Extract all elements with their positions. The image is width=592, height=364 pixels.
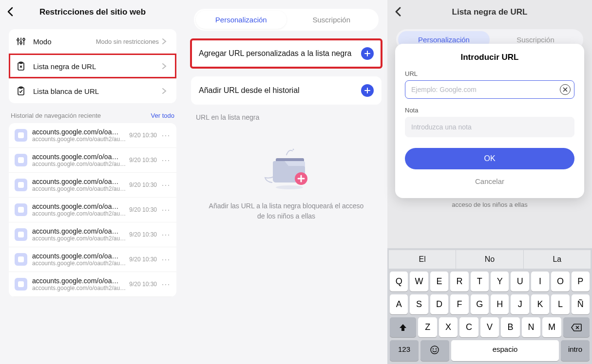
key-y[interactable]: Y: [491, 272, 509, 291]
key-x[interactable]: X: [439, 317, 458, 337]
svg-point-28: [276, 185, 303, 189]
key-i[interactable]: I: [531, 272, 549, 291]
emoji-key[interactable]: [420, 340, 449, 361]
key-c[interactable]: C: [459, 317, 478, 337]
key-j[interactable]: J: [511, 294, 529, 314]
site-icon: [15, 203, 27, 216]
header: Restricciones del sitio web: [0, 0, 185, 24]
key-d[interactable]: D: [430, 294, 448, 314]
clear-input-button[interactable]: [560, 84, 571, 95]
key-u[interactable]: U: [511, 272, 529, 291]
row-url-blacklist[interactable]: Lista negra de URL: [9, 54, 176, 78]
key-h[interactable]: H: [491, 294, 509, 314]
sliders-icon: [16, 36, 26, 47]
key-g[interactable]: G: [471, 294, 489, 314]
history-time: 9/20 10:30: [129, 157, 157, 164]
more-button[interactable]: ⋯: [161, 181, 171, 189]
suggestion[interactable]: El: [389, 250, 456, 269]
url-label: URL: [405, 70, 574, 77]
shift-key[interactable]: [390, 317, 416, 337]
key-o[interactable]: O: [551, 272, 569, 291]
row-url-whitelist[interactable]: Lista blanca de URL: [9, 78, 176, 103]
row-value: Modo sin restricciones: [96, 38, 159, 45]
tabs: Personalización Suscripción: [194, 9, 379, 31]
history-section-header: Historial de navegación reciente Ver tod…: [0, 103, 185, 123]
folder-plus-icon: [257, 143, 316, 186]
key-p[interactable]: P: [572, 272, 590, 291]
key-v[interactable]: V: [480, 317, 499, 337]
note-label: Nota: [405, 107, 574, 114]
history-title: accounts.google.com/o/oa…: [32, 202, 126, 210]
history-title: accounts.google.com/o/oa…: [32, 252, 126, 260]
key-r[interactable]: R: [450, 272, 468, 291]
key-n[interactable]: N: [522, 317, 540, 337]
history-item[interactable]: accounts.google.com/o/oa… accounts.googl…: [9, 173, 176, 198]
svg-rect-15: [18, 207, 24, 213]
history-text: accounts.google.com/o/oa… accounts.googl…: [32, 153, 126, 167]
space-key[interactable]: espacio: [451, 340, 559, 361]
page-title: Restricciones del sitio web: [39, 7, 146, 17]
back-button[interactable]: [7, 7, 18, 18]
url-input[interactable]: [405, 80, 574, 99]
key-b[interactable]: B: [501, 317, 519, 337]
enter-key[interactable]: intro: [561, 340, 590, 361]
cancel-button[interactable]: Cancelar: [405, 171, 574, 191]
svg-rect-17: [18, 256, 24, 262]
history-time: 9/20 10:30: [129, 281, 157, 288]
site-icon: [15, 154, 27, 166]
history-time: 9/20 10:30: [129, 256, 157, 263]
note-input[interactable]: [405, 117, 574, 137]
suggestion[interactable]: La: [524, 250, 591, 269]
row-add-custom-url[interactable]: Agregar URL personalizadas a la lista ne…: [191, 39, 382, 68]
row-mode[interactable]: Modo Modo sin restricciones: [9, 29, 176, 54]
history-item[interactable]: accounts.google.com/o/oa… accounts.googl…: [9, 272, 176, 297]
suggestion[interactable]: No: [456, 250, 523, 269]
more-button[interactable]: ⋯: [161, 156, 171, 164]
history-text: accounts.google.com/o/oa… accounts.googl…: [32, 128, 126, 143]
tab-subscription[interactable]: Suscripción: [286, 11, 377, 29]
key-ñ[interactable]: Ñ: [572, 294, 590, 314]
svg-point-5: [23, 38, 25, 40]
key-l[interactable]: L: [551, 294, 569, 314]
panel-blacklist: Personalización Suscripción Agregar URL …: [185, 0, 387, 364]
key-t[interactable]: T: [471, 272, 489, 291]
more-button[interactable]: ⋯: [161, 280, 171, 289]
numbers-key[interactable]: 123: [390, 340, 419, 361]
key-a[interactable]: A: [390, 294, 408, 314]
key-e[interactable]: E: [430, 272, 448, 291]
history-item[interactable]: accounts.google.com/o/oa… accounts.googl…: [9, 198, 176, 222]
key-z[interactable]: Z: [418, 317, 437, 337]
backspace-key[interactable]: [563, 317, 590, 337]
key-m[interactable]: M: [542, 317, 561, 337]
history-item[interactable]: accounts.google.com/o/oa… accounts.googl…: [9, 222, 176, 247]
history-list: accounts.google.com/o/oa… accounts.googl…: [9, 123, 176, 297]
key-s[interactable]: S: [410, 294, 428, 314]
more-button[interactable]: ⋯: [161, 255, 171, 264]
ok-button[interactable]: OK: [405, 148, 574, 169]
more-button[interactable]: ⋯: [161, 131, 171, 140]
more-button[interactable]: ⋯: [161, 230, 171, 239]
history-text: accounts.google.com/o/oa… accounts.googl…: [32, 202, 126, 217]
row-add-from-history[interactable]: Añadir URL desde el historial: [191, 76, 382, 105]
history-item[interactable]: accounts.google.com/o/oa… accounts.googl…: [9, 148, 176, 173]
history-url: accounts.google.com/o/oauth2/auth?red…: [32, 260, 126, 267]
background-text: acceso de los niños a ellas: [387, 201, 592, 208]
site-icon: [15, 278, 27, 291]
key-w[interactable]: W: [410, 272, 428, 291]
row-label: Modo: [33, 37, 96, 46]
key-f[interactable]: F: [450, 294, 468, 314]
site-icon: [15, 179, 27, 191]
settings-card: Modo Modo sin restricciones Lista negra …: [9, 29, 176, 103]
history-item[interactable]: accounts.google.com/o/oa… accounts.googl…: [9, 247, 176, 272]
history-title: accounts.google.com/o/oa…: [32, 153, 126, 161]
svg-rect-14: [18, 182, 24, 188]
key-k[interactable]: K: [531, 294, 549, 314]
row-label: Lista blanca de URL: [33, 87, 159, 95]
see-all-link[interactable]: Ver todo: [151, 112, 174, 119]
dialog-title: Introducir URL: [405, 53, 574, 62]
key-q[interactable]: Q: [390, 272, 408, 291]
history-item[interactable]: accounts.google.com/o/oa… accounts.googl…: [9, 123, 176, 148]
chevron-right-icon: [162, 38, 170, 45]
tab-personalization[interactable]: Personalización: [196, 11, 286, 29]
more-button[interactable]: ⋯: [161, 205, 171, 214]
